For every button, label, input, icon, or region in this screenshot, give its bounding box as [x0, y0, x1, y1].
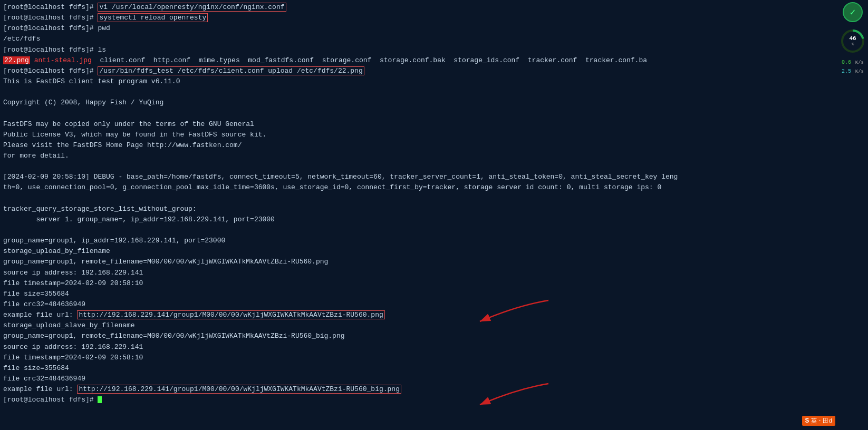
fdfs-test-command: /usr/bin/fdfs_test /etc/fdfs/client.conf… [98, 66, 364, 75]
terminal-line: file size=355684 [3, 363, 833, 374]
speed-gauge: 46 % [840, 28, 865, 54]
terminal-line: for more detail. [3, 151, 833, 161]
terminal-line: [root@localhost fdfs]# systemctl reload … [3, 13, 833, 23]
terminal-line: [root@localhost fdfs]# ls [3, 45, 833, 55]
sogou-icon: S [805, 417, 809, 425]
speed-widget: 46 % 0.6 K/s 2.5 K/s [840, 28, 865, 75]
terminal-line: group_name=group1, remote_filename=M00/0… [3, 257, 833, 267]
empty-line [3, 108, 833, 119]
prompt: [root@localhost fdfs]# [3, 3, 98, 11]
sogou-input-bar[interactable]: S 英・田d [802, 416, 835, 426]
upload-speed: 0.6 K/s [840, 58, 865, 66]
empty-line [3, 161, 833, 172]
terminal-line: 22.png anti-steal.jpg client.conf http.c… [3, 55, 833, 66]
terminal-line: source ip address: 192.168.229.141 [3, 342, 833, 353]
terminal-line: storage_upload_slave_by_filename [3, 320, 833, 331]
terminal-line: group_name=group1, ip_addr=192.168.229.1… [3, 236, 833, 246]
terminal-line: file size=355684 [3, 289, 833, 299]
upload-speed-unit: K/s [855, 60, 864, 65]
terminal-line: Public License V3, which may be found in… [3, 130, 833, 140]
prompt: [root@localhost fdfs]# [3, 14, 98, 22]
terminal-line: example file url: http://192.168.229.141… [3, 310, 833, 320]
ls-22png: 22.png [3, 56, 30, 64]
download-speed-unit: K/s [855, 69, 864, 74]
terminal-line: /etc/fdfs [3, 34, 833, 44]
terminal-line: [root@localhost fdfs]# /usr/bin/fdfs_tes… [3, 66, 833, 76]
right-panel: ✓ 46 % 0.6 K/s 2.5 K/s [837, 0, 868, 430]
download-speed: 2.5 K/s [840, 67, 865, 75]
terminal-line: [2024-02-09 20:58:10] DEBUG - base_path=… [3, 172, 833, 182]
terminal-line: file timestamp=2024-02-09 20:58:10 [3, 353, 833, 363]
terminal-line: group_name=group1, remote_filename=M00/0… [3, 331, 833, 341]
terminal-line: [root@localhost fdfs]# vi /usr/local/ope… [3, 2, 833, 13]
empty-line [3, 193, 833, 204]
upload-speed-value: 0.6 [842, 60, 851, 65]
file-url-1: http://192.168.229.141/group1/M00/00/00/… [77, 310, 384, 319]
terminal-line: source ip address: 192.168.229.141 [3, 268, 833, 278]
terminal-line: Copyright (C) 2008, Happy Fish / YuQing [3, 97, 833, 108]
vi-command: vi /usr/local/openresty/nginx/conf/nginx… [98, 3, 286, 12]
svg-text:46: 46 [849, 35, 856, 42]
terminal-line: FastDFS may be copied only under the ter… [3, 119, 833, 130]
terminal-line: th=0, use_connection_pool=0, g_connectio… [3, 182, 833, 193]
systemctl-command: systemctl reload openresty [98, 13, 208, 22]
terminal-line: file crc32=484636949 [3, 299, 833, 310]
sogou-label: 英・田d [811, 417, 832, 425]
empty-line [3, 225, 833, 236]
terminal-line: Please visit the FastDFS Home Page http:… [3, 140, 833, 151]
terminal-line: [root@localhost fdfs]# pwd [3, 23, 833, 34]
cursor [98, 396, 102, 403]
terminal-line: This is FastDFS client test program v6.1… [3, 76, 833, 87]
terminal: [root@localhost fdfs]# vi /usr/local/ope… [0, 0, 836, 407]
prompt: [root@localhost fdfs]# [3, 67, 98, 75]
empty-line [3, 87, 833, 97]
checkmark-icon: ✓ [850, 6, 856, 18]
terminal-line: tracker_query_storage_store_list_without… [3, 204, 833, 214]
status-checkmark: ✓ [843, 2, 863, 22]
terminal-line: server 1. group_name=, ip_addr=192.168.2… [3, 214, 833, 225]
terminal-line: storage_upload_by_filename [3, 246, 833, 257]
ls-antisteal: anti-steal.jpg [34, 56, 92, 64]
terminal-line: file timestamp=2024-02-09 20:58:10 [3, 278, 833, 289]
terminal-line: example file url: http://192.168.229.141… [3, 384, 833, 395]
terminal-line: file crc32=484636949 [3, 374, 833, 384]
download-speed-value: 2.5 [842, 69, 851, 74]
terminal-line: [root@localhost fdfs]# [3, 395, 833, 405]
file-url-2: http://192.168.229.141/group1/M00/00/00/… [77, 385, 401, 394]
